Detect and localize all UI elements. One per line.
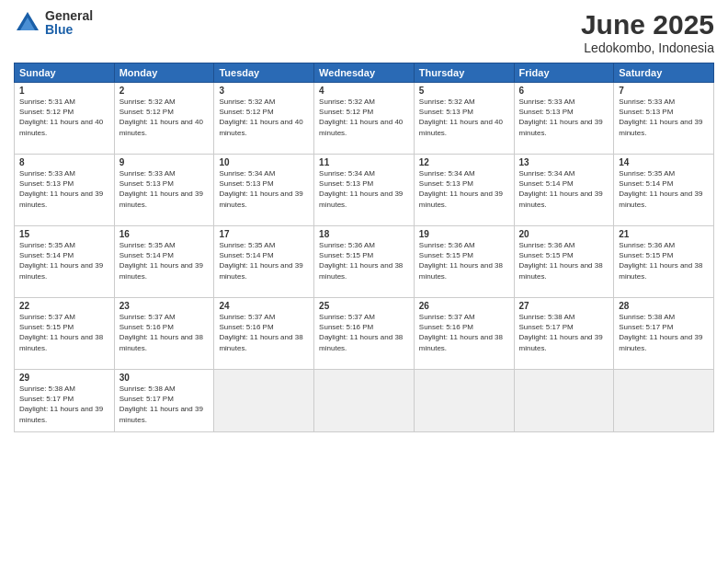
table-row: 4 Sunrise: 5:32 AMSunset: 5:12 PMDayligh… [314, 83, 415, 155]
table-row: 30 Sunrise: 5:38 AMSunset: 5:17 PMDaylig… [114, 370, 214, 432]
table-row: 24 Sunrise: 5:37 AMSunset: 5:16 PMDaylig… [214, 298, 314, 370]
day-number: 2 [119, 86, 210, 96]
week-row-3: 15 Sunrise: 5:35 AMSunset: 5:14 PMDaylig… [15, 226, 714, 298]
table-row: 12 Sunrise: 5:34 AMSunset: 5:13 PMDaylig… [414, 155, 514, 226]
day-detail: Sunrise: 5:37 AMSunset: 5:16 PMDaylight:… [319, 312, 409, 353]
day-number: 27 [519, 301, 609, 311]
day-number: 23 [119, 301, 210, 311]
table-row: 20 Sunrise: 5:36 AMSunset: 5:15 PMDaylig… [514, 226, 614, 298]
day-detail: Sunrise: 5:34 AMSunset: 5:13 PMDaylight:… [219, 168, 309, 210]
table-row: 9 Sunrise: 5:33 AMSunset: 5:13 PMDayligh… [114, 155, 214, 226]
day-number: 21 [619, 229, 709, 239]
day-number: 20 [519, 229, 609, 239]
day-detail: Sunrise: 5:33 AMSunset: 5:13 PMDaylight:… [519, 97, 609, 138]
day-number: 7 [619, 86, 709, 96]
day-detail: Sunrise: 5:36 AMSunset: 5:15 PMDaylight:… [619, 240, 709, 282]
logo-text: General Blue [45, 9, 93, 38]
month-title: June 2025 [581, 9, 714, 40]
day-detail: Sunrise: 5:34 AMSunset: 5:13 PMDaylight:… [319, 168, 409, 210]
day-number: 15 [19, 229, 109, 239]
table-row: 16 Sunrise: 5:35 AMSunset: 5:14 PMDaylig… [114, 226, 214, 298]
day-number: 6 [519, 86, 609, 96]
day-detail: Sunrise: 5:35 AMSunset: 5:14 PMDaylight:… [619, 168, 709, 210]
col-saturday: Saturday [614, 63, 714, 83]
logo-blue-text: Blue [45, 23, 93, 37]
table-row: 10 Sunrise: 5:34 AMSunset: 5:13 PMDaylig… [214, 155, 314, 226]
day-detail: Sunrise: 5:38 AMSunset: 5:17 PMDaylight:… [519, 312, 609, 353]
table-row: 1 Sunrise: 5:31 AMSunset: 5:12 PMDayligh… [15, 83, 115, 155]
table-row: 21 Sunrise: 5:36 AMSunset: 5:15 PMDaylig… [614, 226, 714, 298]
table-row: 11 Sunrise: 5:34 AMSunset: 5:13 PMDaylig… [314, 155, 415, 226]
day-number: 16 [119, 229, 210, 239]
day-detail: Sunrise: 5:34 AMSunset: 5:13 PMDaylight:… [419, 168, 509, 210]
day-number: 11 [319, 157, 409, 167]
day-number: 3 [219, 86, 309, 96]
day-detail: Sunrise: 5:35 AMSunset: 5:14 PMDaylight:… [219, 240, 309, 282]
table-row [514, 370, 614, 432]
day-number: 9 [119, 157, 210, 167]
col-monday: Monday [114, 63, 214, 83]
table-row: 14 Sunrise: 5:35 AMSunset: 5:14 PMDaylig… [614, 155, 714, 226]
col-thursday: Thursday [414, 63, 514, 83]
day-detail: Sunrise: 5:32 AMSunset: 5:12 PMDaylight:… [319, 97, 409, 138]
table-row: 3 Sunrise: 5:32 AMSunset: 5:12 PMDayligh… [214, 83, 314, 155]
table-row: 27 Sunrise: 5:38 AMSunset: 5:17 PMDaylig… [514, 298, 614, 370]
table-row: 26 Sunrise: 5:37 AMSunset: 5:16 PMDaylig… [414, 298, 514, 370]
day-number: 1 [19, 86, 109, 96]
day-number: 29 [19, 373, 109, 383]
day-number: 22 [19, 301, 109, 311]
day-detail: Sunrise: 5:35 AMSunset: 5:14 PMDaylight:… [119, 240, 210, 282]
day-detail: Sunrise: 5:36 AMSunset: 5:15 PMDaylight:… [519, 240, 609, 282]
logo-icon [14, 9, 41, 37]
week-row-2: 8 Sunrise: 5:33 AMSunset: 5:13 PMDayligh… [15, 155, 714, 226]
day-detail: Sunrise: 5:32 AMSunset: 5:12 PMDaylight:… [119, 97, 210, 138]
title-block: June 2025 Ledokombo, Indonesia [581, 9, 714, 55]
day-detail: Sunrise: 5:33 AMSunset: 5:13 PMDaylight:… [619, 97, 709, 138]
day-detail: Sunrise: 5:37 AMSunset: 5:15 PMDaylight:… [19, 312, 109, 353]
table-row: 18 Sunrise: 5:36 AMSunset: 5:15 PMDaylig… [314, 226, 415, 298]
table-row [314, 370, 415, 432]
header: General Blue June 2025 Ledokombo, Indone… [14, 9, 714, 55]
day-detail: Sunrise: 5:32 AMSunset: 5:13 PMDaylight:… [419, 97, 509, 138]
table-row: 7 Sunrise: 5:33 AMSunset: 5:13 PMDayligh… [614, 83, 714, 155]
logo: General Blue [14, 9, 93, 38]
day-detail: Sunrise: 5:34 AMSunset: 5:14 PMDaylight:… [519, 168, 609, 210]
day-detail: Sunrise: 5:38 AMSunset: 5:17 PMDaylight:… [619, 312, 709, 353]
day-number: 25 [319, 301, 409, 311]
day-detail: Sunrise: 5:32 AMSunset: 5:12 PMDaylight:… [219, 97, 309, 138]
day-number: 19 [419, 229, 509, 239]
day-number: 13 [519, 157, 609, 167]
calendar-header-row: Sunday Monday Tuesday Wednesday Thursday… [15, 63, 714, 83]
day-number: 5 [419, 86, 509, 96]
day-detail: Sunrise: 5:36 AMSunset: 5:15 PMDaylight:… [419, 240, 509, 282]
table-row: 15 Sunrise: 5:35 AMSunset: 5:14 PMDaylig… [15, 226, 115, 298]
day-number: 30 [119, 373, 210, 383]
day-detail: Sunrise: 5:31 AMSunset: 5:12 PMDaylight:… [19, 97, 109, 138]
day-number: 4 [319, 86, 409, 96]
day-detail: Sunrise: 5:35 AMSunset: 5:14 PMDaylight:… [19, 240, 109, 282]
col-tuesday: Tuesday [214, 63, 314, 83]
table-row: 19 Sunrise: 5:36 AMSunset: 5:15 PMDaylig… [414, 226, 514, 298]
day-number: 24 [219, 301, 309, 311]
page: General Blue June 2025 Ledokombo, Indone… [0, 0, 728, 563]
day-number: 14 [619, 157, 709, 167]
day-number: 17 [219, 229, 309, 239]
table-row: 22 Sunrise: 5:37 AMSunset: 5:15 PMDaylig… [15, 298, 115, 370]
day-detail: Sunrise: 5:36 AMSunset: 5:15 PMDaylight:… [319, 240, 409, 282]
day-detail: Sunrise: 5:33 AMSunset: 5:13 PMDaylight:… [19, 168, 109, 210]
calendar: Sunday Monday Tuesday Wednesday Thursday… [14, 63, 714, 432]
day-detail: Sunrise: 5:33 AMSunset: 5:13 PMDaylight:… [119, 168, 210, 210]
day-number: 8 [19, 157, 109, 167]
table-row: 13 Sunrise: 5:34 AMSunset: 5:14 PMDaylig… [514, 155, 614, 226]
day-number: 10 [219, 157, 309, 167]
col-friday: Friday [514, 63, 614, 83]
table-row: 29 Sunrise: 5:38 AMSunset: 5:17 PMDaylig… [15, 370, 115, 432]
day-number: 26 [419, 301, 509, 311]
day-detail: Sunrise: 5:38 AMSunset: 5:17 PMDaylight:… [19, 384, 109, 425]
day-detail: Sunrise: 5:37 AMSunset: 5:16 PMDaylight:… [119, 312, 210, 353]
day-number: 12 [419, 157, 509, 167]
day-detail: Sunrise: 5:37 AMSunset: 5:16 PMDaylight:… [219, 312, 309, 353]
table-row: 8 Sunrise: 5:33 AMSunset: 5:13 PMDayligh… [15, 155, 115, 226]
table-row: 2 Sunrise: 5:32 AMSunset: 5:12 PMDayligh… [114, 83, 214, 155]
table-row [414, 370, 514, 432]
